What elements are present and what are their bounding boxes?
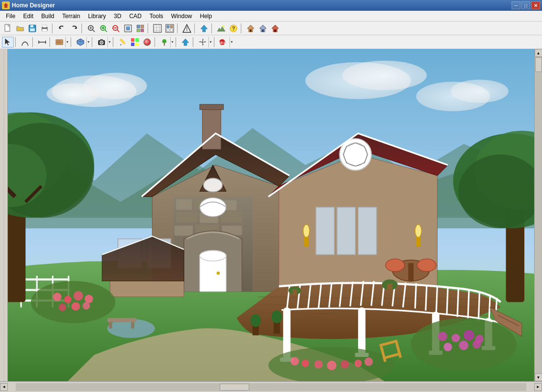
- menu-cad[interactable]: CAD: [125, 12, 145, 21]
- obj3d-dropdown-arrow[interactable]: ▼: [86, 37, 90, 48]
- svg-text:REC: REC: [218, 41, 227, 45]
- open-button[interactable]: [14, 23, 26, 34]
- svg-rect-6: [43, 25, 47, 27]
- select-tool[interactable]: [2, 37, 14, 48]
- svg-point-189: [82, 302, 90, 310]
- plant-button[interactable]: [158, 37, 170, 48]
- save-button[interactable]: [26, 23, 38, 34]
- angle-snap-button[interactable]: [164, 23, 176, 34]
- menu-library[interactable]: Library: [84, 12, 110, 21]
- obj3d-button[interactable]: [75, 37, 86, 48]
- svg-marker-39: [201, 25, 207, 32]
- zoom-out-button[interactable]: [110, 23, 122, 34]
- h-scroll-thumb[interactable]: [220, 384, 249, 391]
- maximize-button[interactable]: □: [521, 1, 530, 9]
- sep-t2-1: [15, 37, 18, 47]
- svg-line-154: [436, 286, 437, 313]
- move-tool-group: ▼: [197, 37, 212, 48]
- svg-marker-68: [182, 39, 189, 46]
- sep-t2-10: [214, 37, 216, 47]
- redo-button[interactable]: [68, 23, 80, 34]
- zoom-in-button[interactable]: [98, 23, 109, 34]
- svg-rect-218: [304, 236, 309, 247]
- help-button[interactable]: ?: [228, 23, 239, 34]
- scroll-up-arrow[interactable]: ▲: [535, 49, 542, 57]
- svg-point-207: [251, 314, 261, 327]
- scroll-left-arrow[interactable]: ◄: [0, 383, 8, 391]
- svg-point-203: [341, 360, 349, 368]
- svg-rect-7: [42, 29, 47, 31]
- svg-point-200: [302, 360, 309, 367]
- svg-rect-22: [126, 26, 130, 30]
- main-area: ▲ ▼: [0, 49, 542, 381]
- record-button[interactable]: REC: [218, 37, 230, 48]
- svg-point-115: [200, 197, 226, 217]
- menu-file[interactable]: File: [2, 12, 19, 21]
- menu-window[interactable]: Window: [167, 12, 196, 21]
- svg-point-183: [53, 293, 61, 301]
- svg-point-192: [452, 334, 460, 342]
- undo-button[interactable]: [56, 23, 68, 34]
- scroll-thumb-vertical[interactable]: [535, 57, 542, 72]
- svg-marker-71: [199, 41, 201, 42]
- house-button-2[interactable]: [257, 23, 269, 34]
- wall-button[interactable]: [53, 37, 65, 48]
- sep-t2-6: [113, 37, 115, 47]
- sep-t2-2: [32, 37, 35, 47]
- h-scrollbar[interactable]: [16, 383, 526, 391]
- wall-dropdown-arrow[interactable]: ▼: [65, 37, 69, 48]
- svg-rect-62: [131, 38, 134, 42]
- move-dropdown-arrow[interactable]: ▼: [208, 37, 212, 48]
- sep-t2-4: [71, 37, 73, 47]
- sep-t2-7: [155, 37, 157, 47]
- fit-all-button[interactable]: [134, 23, 146, 34]
- menu-edit[interactable]: Edit: [19, 12, 37, 21]
- scroll-track-vertical[interactable]: [535, 57, 542, 373]
- svg-marker-70: [203, 44, 204, 46]
- svg-rect-111: [221, 211, 242, 222]
- move-button[interactable]: [197, 37, 208, 48]
- canvas-area[interactable]: [8, 49, 534, 381]
- svg-marker-69: [203, 38, 204, 40]
- svg-point-193: [464, 330, 474, 341]
- menu-terrain[interactable]: Terrain: [58, 12, 84, 21]
- pencil-button[interactable]: [117, 37, 129, 48]
- menu-3d[interactable]: 3D: [110, 12, 125, 21]
- record-dropdown-arrow[interactable]: ▼: [230, 37, 233, 48]
- plant-dropdown-arrow[interactable]: ▼: [170, 37, 174, 48]
- svg-rect-44: [262, 29, 264, 32]
- print-button[interactable]: [39, 23, 51, 34]
- house-button-1[interactable]: [245, 23, 257, 34]
- close-button[interactable]: ✕: [531, 1, 540, 9]
- terrain-button[interactable]: [215, 23, 227, 34]
- grid-snap-button[interactable]: [152, 23, 163, 34]
- svg-marker-72: [205, 41, 206, 42]
- menu-help[interactable]: Help: [196, 12, 216, 21]
- house-button-3[interactable]: [269, 23, 281, 34]
- fit-button[interactable]: [122, 23, 134, 34]
- measure-button[interactable]: [36, 37, 48, 48]
- menu-build[interactable]: Build: [37, 12, 58, 21]
- zoom-button[interactable]: [85, 23, 97, 34]
- camera-button[interactable]: [96, 37, 107, 48]
- transform-button[interactable]: [181, 23, 193, 34]
- sep-5: [194, 24, 197, 33]
- svg-rect-121: [200, 104, 223, 110]
- material-button[interactable]: [141, 37, 153, 48]
- scene-view: [8, 49, 534, 381]
- new-button[interactable]: [2, 23, 14, 34]
- svg-point-223: [204, 178, 223, 192]
- scroll-right-arrow[interactable]: ►: [534, 383, 542, 391]
- svg-point-205: [364, 358, 373, 366]
- svg-line-156: [457, 289, 458, 317]
- minimize-button[interactable]: ─: [512, 1, 520, 9]
- menu-tools[interactable]: Tools: [146, 12, 167, 21]
- svg-line-158: [478, 293, 479, 320]
- color-palette-button[interactable]: [129, 37, 141, 48]
- scroll-down-arrow[interactable]: ▼: [535, 373, 542, 381]
- svg-point-83: [342, 61, 427, 90]
- up-arrow-button[interactable]: [180, 37, 191, 48]
- camera-dropdown-arrow[interactable]: ▼: [107, 37, 111, 48]
- draw-arc-button[interactable]: [19, 37, 31, 48]
- arrow-up-tool[interactable]: [198, 23, 210, 34]
